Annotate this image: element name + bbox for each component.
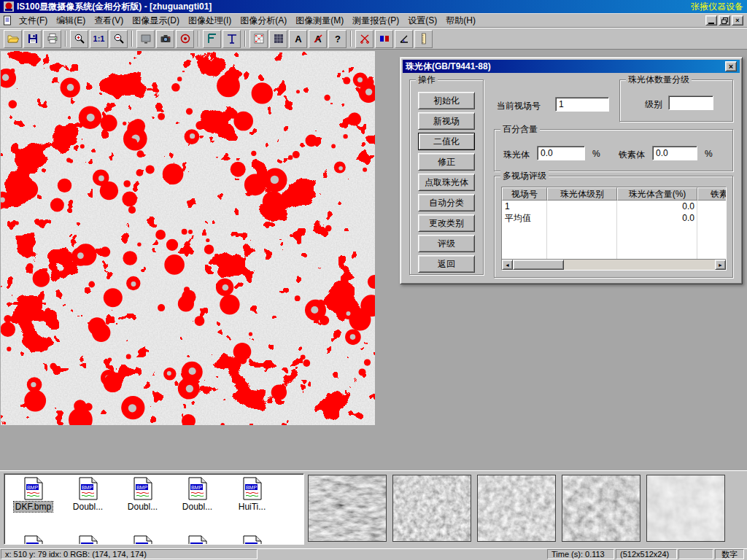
dark-grid-button[interactable] (269, 30, 287, 48)
op-button-5[interactable]: 自动分类 (418, 194, 475, 211)
horizontal-scrollbar[interactable]: ◄ ► (502, 259, 726, 270)
measure-tool-button[interactable] (222, 30, 241, 48)
cut-button[interactable] (355, 30, 374, 48)
dialog-title-bar[interactable]: 珠光体(GB/T9441-88) × (403, 60, 740, 73)
table-cell: 1 (502, 201, 547, 212)
child-close-button[interactable]: × (732, 15, 743, 26)
scroll-right-button[interactable]: ► (715, 260, 726, 270)
ruler-button[interactable] (414, 30, 433, 48)
question-icon: ? (332, 33, 344, 44)
bmp-file-icon: BMP (241, 535, 263, 545)
menu-item-2[interactable]: 查看(V) (90, 13, 128, 28)
restore-icon (721, 18, 728, 24)
op-button-3[interactable]: 修正 (418, 153, 475, 171)
file-item-1[interactable]: BMPDoubl... (61, 477, 115, 512)
zoom-in-button[interactable] (70, 30, 88, 48)
capture-button[interactable] (176, 30, 194, 48)
table-row-0[interactable]: 10.0 (502, 201, 726, 212)
print-button[interactable] (43, 30, 61, 48)
column-header-1[interactable]: 珠光体级别 (547, 187, 617, 201)
thumbnail-2[interactable] (392, 475, 471, 542)
file-item-3[interactable]: BMPDoubl... (170, 477, 225, 512)
grid-points-icon (253, 33, 265, 44)
actual-size-button[interactable]: 1:1 (90, 30, 108, 48)
file-item-4[interactable]: BMPHuiTi... (225, 477, 279, 512)
help-button[interactable]: ? (328, 30, 347, 48)
window-title: IS100显微摄像系统(金相分析版) - [zhuguangti01] (17, 1, 212, 13)
live-image-button[interactable] (136, 30, 155, 48)
file-item-2[interactable]: BMPDoubl... (115, 477, 170, 512)
open-file-button[interactable] (4, 30, 22, 48)
delete-annotate-button[interactable]: A (309, 30, 327, 48)
thumbnail-1[interactable] (308, 475, 387, 542)
menu-item-4[interactable]: 图像处理(I) (184, 13, 236, 28)
bmp-file-icon: BMP (23, 477, 44, 500)
grid-measure-button[interactable] (249, 30, 268, 48)
camera-button[interactable] (156, 30, 174, 48)
dialog-close-button[interactable]: × (725, 61, 737, 71)
menu-item-6[interactable]: 图像测量(M) (291, 13, 348, 28)
thumbnail-3[interactable] (477, 475, 556, 542)
file-browser[interactable]: BMPDKF.bmpBMPDoubl...BMPDoubl...BMPDoubl… (4, 473, 304, 545)
camera-icon (160, 33, 171, 44)
file-item-partial-4[interactable]: BMP (225, 535, 279, 545)
child-restore-button[interactable] (719, 15, 730, 26)
svg-text:BMP: BMP (136, 485, 147, 490)
bmp-file-icon: BMP (241, 477, 263, 500)
bottom-panel: BMPDKF.bmpBMPDoubl...BMPDoubl...BMPDoubl… (0, 470, 747, 548)
thumbnail-5[interactable] (646, 475, 725, 542)
compare-button[interactable] (375, 30, 393, 48)
svg-text:BMP: BMP (26, 543, 38, 545)
column-header-0[interactable]: 视场号 (502, 187, 547, 201)
menu-item-9[interactable]: 帮助(H) (441, 13, 480, 28)
column-header-3[interactable]: 铁素 (697, 187, 726, 201)
svg-text:?: ? (335, 34, 341, 44)
file-item-partial-0[interactable]: BMP (6, 535, 61, 545)
bmp-file-icon: BMP (77, 535, 99, 545)
scrollbar-thumb[interactable] (513, 260, 564, 270)
angle-measure-button[interactable] (395, 30, 413, 48)
svg-text:BMP: BMP (245, 485, 257, 490)
menu-item-0[interactable]: 文件(F) (15, 13, 52, 28)
child-minimize-button[interactable] (705, 15, 717, 26)
save-button[interactable] (23, 30, 42, 48)
file-item-partial-2[interactable]: BMP (115, 535, 170, 545)
file-item-0[interactable]: BMPDKF.bmp (6, 477, 61, 512)
table-cell (547, 201, 617, 212)
menu-item-7[interactable]: 测量报告(P) (348, 13, 403, 28)
level-input[interactable] (668, 96, 713, 110)
file-label: Doubl... (126, 502, 159, 512)
scroll-left-button[interactable]: ◄ (502, 260, 513, 270)
file-item-partial-3[interactable]: BMP (170, 535, 225, 545)
menu-item-5[interactable]: 图像分析(A) (236, 13, 291, 28)
pearlite-percent-input[interactable] (537, 146, 585, 160)
thumbnail-4[interactable] (562, 475, 640, 542)
menu-item-8[interactable]: 设置(S) (403, 13, 441, 28)
table-row-1[interactable]: 平均值0.0 (502, 212, 726, 224)
op-button-4[interactable]: 点取珠光体 (418, 174, 475, 191)
text-annotate-button[interactable]: A (289, 30, 307, 48)
zoom-out-button[interactable] (109, 30, 128, 48)
svg-text:BMP: BMP (190, 543, 202, 545)
printer-icon (47, 33, 58, 44)
title-bar[interactable]: IS100显微摄像系统(金相分析版) - [zhuguangti01] 张掖仪器… (0, 0, 747, 13)
status-blank (678, 549, 713, 559)
menu-item-1[interactable]: 编辑(E) (52, 13, 90, 28)
micrograph-image[interactable] (1, 51, 375, 425)
column-header-2[interactable]: 珠光体含量(%) (617, 187, 697, 201)
op-button-6[interactable]: 更改类别 (418, 214, 475, 232)
ferrite-percent-input[interactable] (652, 146, 697, 160)
op-button-1[interactable]: 新视场 (418, 112, 475, 130)
file-item-partial-1[interactable]: BMP (61, 535, 115, 545)
caliper-button[interactable] (203, 30, 221, 48)
op-button-2[interactable]: 二值化 (418, 133, 475, 150)
svg-text:BMP: BMP (81, 543, 93, 545)
current-field-input[interactable] (555, 97, 609, 112)
minimize-icon (708, 23, 714, 24)
scrollbar-track[interactable] (564, 260, 715, 270)
op-button-0[interactable]: 初始化 (418, 92, 475, 109)
caliper-icon (206, 33, 218, 44)
op-button-7[interactable]: 评级 (418, 235, 475, 252)
op-button-8[interactable]: 返回 (418, 255, 475, 273)
menu-item-3[interactable]: 图像显示(D) (128, 13, 184, 28)
